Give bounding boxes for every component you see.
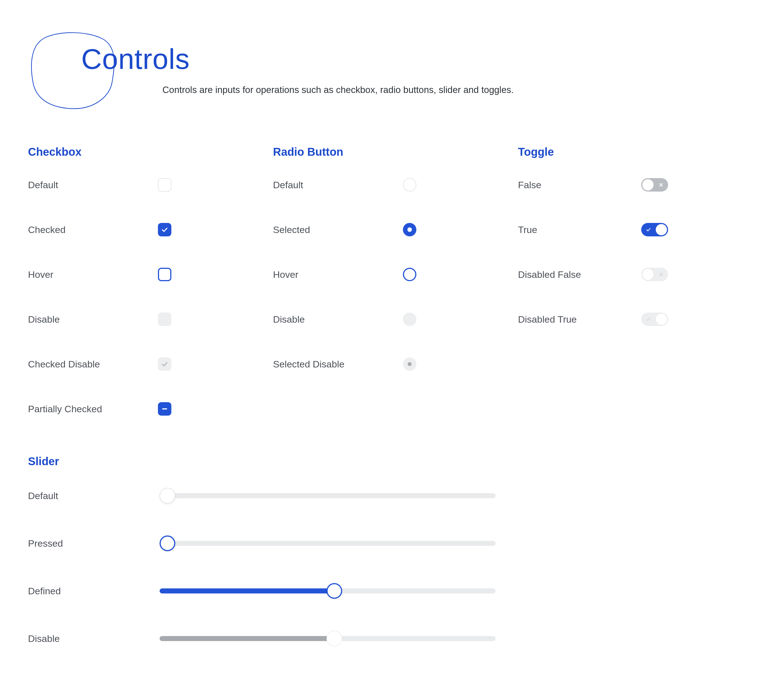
checkbox-hover-label: Hover	[28, 269, 151, 280]
toggle-knob	[642, 179, 654, 190]
slider-thumb[interactable]	[160, 488, 175, 504]
slider-disable-label: Disable	[28, 633, 160, 644]
checkbox-hover[interactable]	[158, 268, 171, 281]
slider-section: Slider Default Pressed Defined Disable	[28, 455, 756, 647]
toggle-title: Toggle	[518, 146, 763, 158]
slider-defined-label: Defined	[28, 585, 160, 597]
slider-thumb[interactable]	[160, 536, 175, 551]
check-icon	[646, 317, 651, 322]
radio-section: Radio Button Default Selected Hover	[273, 146, 518, 447]
checkbox-default-label: Default	[28, 180, 151, 190]
radio-hover[interactable]	[403, 268, 417, 281]
checkbox-section: Checkbox Default Checked Hov	[28, 146, 273, 447]
check-icon	[646, 227, 651, 232]
toggle-disabled-false	[641, 268, 668, 281]
radio-default-label: Default	[273, 180, 396, 190]
radio-selected[interactable]	[403, 223, 417, 236]
checkbox-checked[interactable]	[158, 223, 171, 236]
toggle-knob	[656, 314, 667, 325]
slider-default[interactable]	[160, 493, 496, 498]
slider-default-label: Default	[28, 490, 160, 501]
radio-title: Radio Button	[273, 146, 518, 158]
check-icon	[161, 360, 168, 368]
toggle-true[interactable]	[641, 223, 668, 236]
checkbox-partial-label: Partially Checked	[28, 404, 151, 414]
toggle-disabled-true	[641, 313, 668, 326]
toggle-false[interactable]	[641, 178, 668, 191]
slider-fill	[160, 588, 334, 593]
x-icon	[659, 182, 664, 187]
toggle-knob	[656, 224, 667, 235]
check-icon	[161, 226, 168, 234]
slider-thumb[interactable]	[326, 583, 342, 599]
slider-defined[interactable]	[160, 588, 496, 593]
slider-thumb	[326, 631, 342, 646]
checkbox-disabled	[158, 313, 171, 326]
checkbox-default[interactable]	[158, 178, 171, 191]
slider-pressed[interactable]	[160, 541, 496, 546]
page-subtitle: Controls are inputs for operations such …	[162, 84, 514, 95]
page-header: Controls Controls are inputs for operati…	[28, 28, 756, 112]
checkbox-checked-disabled	[158, 358, 171, 371]
x-icon	[659, 272, 664, 277]
slider-title: Slider	[28, 455, 756, 468]
radio-selected-label: Selected	[273, 224, 396, 235]
toggle-true-label: True	[518, 224, 641, 235]
radio-selected-disable-label: Selected Disable	[273, 359, 396, 370]
slider-pressed-label: Pressed	[28, 538, 160, 549]
radio-disable-label: Disable	[273, 314, 396, 325]
toggle-knob	[642, 269, 654, 280]
toggle-disabled-false-label: Disabled False	[518, 269, 641, 280]
checkbox-checked-disable-label: Checked Disable	[28, 359, 151, 370]
radio-disabled	[403, 313, 417, 326]
radio-hover-label: Hover	[273, 269, 396, 280]
slider-fill	[160, 636, 334, 641]
toggle-section: Toggle False True	[518, 146, 763, 447]
checkbox-partial[interactable]	[158, 402, 171, 415]
checkbox-title: Checkbox	[28, 146, 273, 158]
radio-default[interactable]	[403, 178, 417, 191]
checkbox-checked-label: Checked	[28, 224, 151, 235]
page-title: Controls	[81, 45, 514, 73]
radio-selected-disabled	[403, 358, 417, 371]
toggle-false-label: False	[518, 180, 641, 190]
minus-icon	[161, 406, 168, 412]
toggle-disabled-true-label: Disabled True	[518, 314, 641, 325]
checkbox-disable-label: Disable	[28, 314, 151, 325]
slider-disabled	[160, 636, 496, 641]
